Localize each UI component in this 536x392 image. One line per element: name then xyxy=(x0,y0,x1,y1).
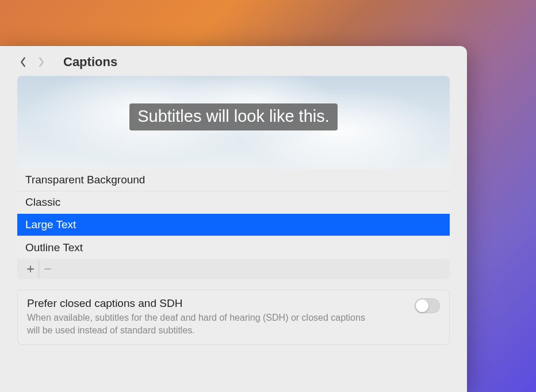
content: Subtitles will look like this. Transpare… xyxy=(0,76,467,345)
prefer-sdh-section: Prefer closed captions and SDH When avai… xyxy=(17,290,450,345)
style-label: Large Text xyxy=(25,218,76,231)
style-label: Outline Text xyxy=(25,241,83,254)
prefer-sdh-toggle[interactable] xyxy=(415,298,440,313)
prefer-sdh-title: Prefer closed captions and SDH xyxy=(27,297,440,310)
style-label: Transparent Background xyxy=(25,174,145,186)
minus-icon xyxy=(44,265,52,273)
style-option-large-text[interactable]: Large Text xyxy=(17,214,450,236)
remove-style-button[interactable] xyxy=(39,260,56,278)
toggle-knob xyxy=(416,299,428,312)
back-button[interactable] xyxy=(16,54,30,70)
caption-style-list: Transparent Background Classic Large Tex… xyxy=(17,169,450,259)
style-option-classic[interactable]: Classic xyxy=(17,191,450,214)
style-list-footer xyxy=(17,259,450,279)
plus-icon xyxy=(26,265,35,273)
style-option-transparent-background[interactable]: Transparent Background xyxy=(17,169,450,191)
style-option-outline-text[interactable]: Outline Text xyxy=(17,236,450,259)
page-title: Captions xyxy=(63,55,117,70)
header: Captions xyxy=(0,46,467,76)
subtitle-preview-text: Subtitles will look like this. xyxy=(129,103,338,130)
captions-settings-window: Captions Subtitles will look like this. … xyxy=(0,46,467,392)
style-label: Classic xyxy=(25,196,60,209)
caption-preview: Subtitles will look like this. xyxy=(17,76,450,169)
forward-button[interactable] xyxy=(35,54,48,70)
chevron-left-icon xyxy=(19,56,27,68)
add-style-button[interactable] xyxy=(22,260,39,278)
prefer-sdh-description: When available, subtitles for the deaf a… xyxy=(27,312,372,336)
chevron-right-icon xyxy=(37,56,45,68)
